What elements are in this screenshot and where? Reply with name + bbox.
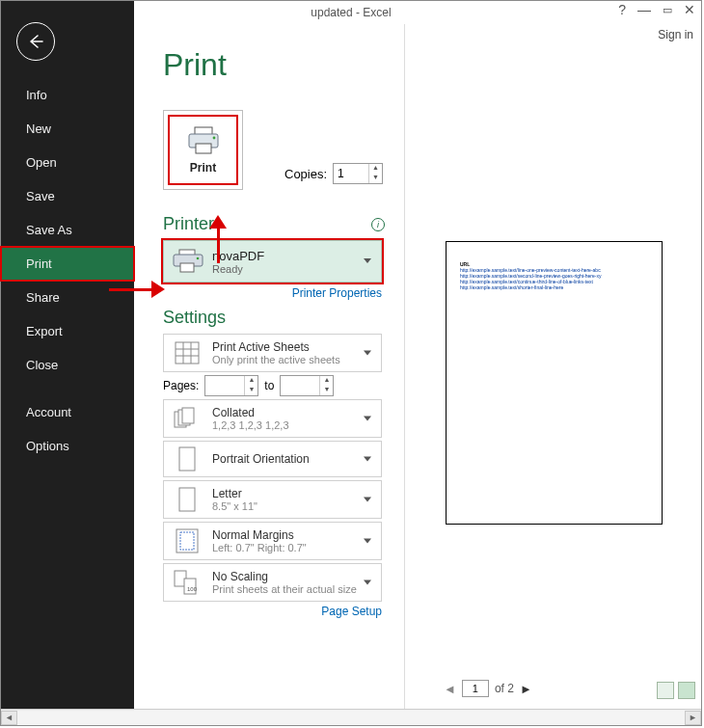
horizontal-scrollbar[interactable]: ◄ ►: [1, 709, 701, 725]
window-title: updated - Excel: [311, 6, 391, 19]
paper-title: Letter: [212, 487, 257, 500]
orientation-title: Portrait Orientation: [212, 452, 310, 466]
chevron-down-icon: [364, 580, 371, 585]
printer-icon: [186, 126, 221, 155]
margins-title: Normal Margins: [212, 528, 307, 542]
app-window: updated - Excel ? — ▭ ✕ Sign in Info New…: [0, 0, 702, 726]
nav-options[interactable]: Options: [1, 429, 134, 463]
page-to-input[interactable]: [281, 376, 319, 395]
prev-page-button[interactable]: ◄: [444, 682, 456, 696]
print-button[interactable]: Print: [163, 110, 243, 190]
collation-selector[interactable]: Collated 1,2,3 1,2,3 1,2,3: [163, 399, 382, 438]
collated-icon: [174, 407, 201, 430]
nav-open[interactable]: Open: [1, 146, 134, 179]
collation-sub: 1,2,3 1,2,3 1,2,3: [212, 419, 289, 431]
preview-content: URL http://example.sample.text/line-one-…: [460, 261, 601, 290]
scroll-left-button[interactable]: ◄: [1, 711, 17, 725]
page-from-spinner[interactable]: ▲▼: [204, 375, 258, 396]
help-icon[interactable]: ?: [618, 3, 626, 16]
main-panel: Print Print Copies:: [134, 24, 701, 709]
page-icon: [177, 487, 197, 512]
nav-list: Info New Open Save Save As Print Share E…: [1, 78, 134, 463]
chevron-down-icon: [364, 417, 371, 421]
scroll-right-button[interactable]: ►: [685, 711, 701, 725]
page-from-input[interactable]: [205, 376, 244, 395]
svg-rect-17: [179, 488, 195, 511]
pages-row: Pages: ▲▼ to ▲▼: [163, 375, 382, 396]
printer-status: Ready: [212, 263, 264, 275]
nav-save[interactable]: Save: [1, 179, 134, 213]
margins-icon: [176, 528, 199, 553]
portrait-icon: [177, 446, 197, 472]
window-controls: ? — ▭ ✕: [618, 3, 695, 16]
nav-new[interactable]: New: [1, 112, 134, 146]
collation-title: Collated: [212, 406, 289, 419]
nav-close[interactable]: Close: [1, 348, 134, 382]
print-what-selector[interactable]: Print Active Sheets Only print the activ…: [163, 334, 382, 372]
close-icon[interactable]: ✕: [684, 3, 695, 16]
nav-info[interactable]: Info: [1, 78, 134, 112]
sheets-icon: [175, 341, 200, 364]
printer-selector[interactable]: novaPDF Ready: [163, 240, 382, 283]
svg-point-7: [197, 257, 200, 260]
chevron-down-icon: [364, 351, 371, 356]
print-what-sub: Only print the active sheets: [212, 354, 340, 365]
zoom-controls: [657, 682, 695, 699]
print-preview-pane: URL http://example.sample.text/line-one-…: [404, 24, 701, 709]
printer-name: novaPDF: [212, 249, 264, 263]
backstage-sidebar: Info New Open Save Save As Print Share E…: [1, 1, 134, 709]
nav-save-as[interactable]: Save As: [1, 213, 134, 247]
page-title: Print: [163, 47, 404, 83]
page-to-spinner[interactable]: ▲▼: [280, 375, 334, 396]
spinner-arrows[interactable]: ▲▼: [368, 164, 382, 183]
page-setup-link[interactable]: Page Setup: [163, 605, 382, 618]
pages-to-label: to: [264, 379, 274, 392]
settings-section-title: Settings: [163, 308, 404, 328]
scaling-icon: 100: [174, 570, 201, 595]
paper-sub: 8.5" x 11": [212, 500, 257, 512]
page-of-label: of 2: [495, 682, 514, 695]
svg-text:100: 100: [187, 586, 198, 592]
svg-rect-8: [176, 342, 199, 364]
chevron-down-icon: [364, 498, 371, 502]
pages-label: Pages:: [163, 379, 199, 392]
print-what-title: Print Active Sheets: [212, 340, 340, 354]
chevron-down-icon: [364, 457, 371, 462]
copies-row: Copies: ▲▼: [284, 163, 383, 184]
preview-page: URL http://example.sample.text/line-one-…: [446, 241, 663, 525]
printer-device-icon: [172, 249, 204, 274]
printer-properties-link[interactable]: Printer Properties: [163, 286, 382, 300]
info-icon[interactable]: i: [371, 218, 385, 231]
scaling-selector[interactable]: 100 No Scaling Print sheets at their act…: [163, 563, 382, 602]
svg-rect-6: [180, 263, 194, 272]
print-settings-column: Print Print Copies:: [134, 24, 404, 709]
chevron-down-icon: [364, 539, 371, 544]
nav-print[interactable]: Print: [1, 247, 134, 281]
back-button[interactable]: [16, 22, 55, 61]
printer-section-title: Printer i: [163, 214, 404, 234]
svg-rect-16: [179, 447, 195, 471]
page-navigation: ◄ of 2 ►: [444, 680, 532, 697]
maximize-icon[interactable]: ▭: [663, 5, 672, 15]
minimize-icon[interactable]: —: [637, 3, 651, 16]
margins-selector[interactable]: Normal Margins Left: 0.7" Right: 0.7": [163, 522, 382, 560]
svg-point-3: [212, 136, 215, 139]
body: Info New Open Save Save As Print Share E…: [1, 24, 701, 709]
nav-account[interactable]: Account: [1, 395, 134, 429]
margins-sub: Left: 0.7" Right: 0.7": [212, 542, 307, 553]
svg-rect-18: [176, 529, 198, 553]
print-button-label: Print: [190, 161, 216, 175]
svg-rect-15: [182, 408, 194, 423]
chevron-down-icon: [364, 258, 371, 263]
current-page-input[interactable]: [462, 680, 489, 697]
next-page-button[interactable]: ►: [520, 682, 532, 696]
zoom-to-page-button[interactable]: [678, 682, 695, 699]
nav-share[interactable]: Share: [1, 281, 134, 314]
nav-export[interactable]: Export: [1, 314, 134, 348]
copies-input[interactable]: [334, 164, 368, 183]
paper-size-selector[interactable]: Letter 8.5" x 11": [163, 480, 382, 519]
orientation-selector[interactable]: Portrait Orientation: [163, 441, 382, 477]
show-margins-button[interactable]: [657, 682, 674, 699]
copies-spinner[interactable]: ▲▼: [333, 163, 383, 184]
scroll-track[interactable]: [17, 711, 685, 725]
